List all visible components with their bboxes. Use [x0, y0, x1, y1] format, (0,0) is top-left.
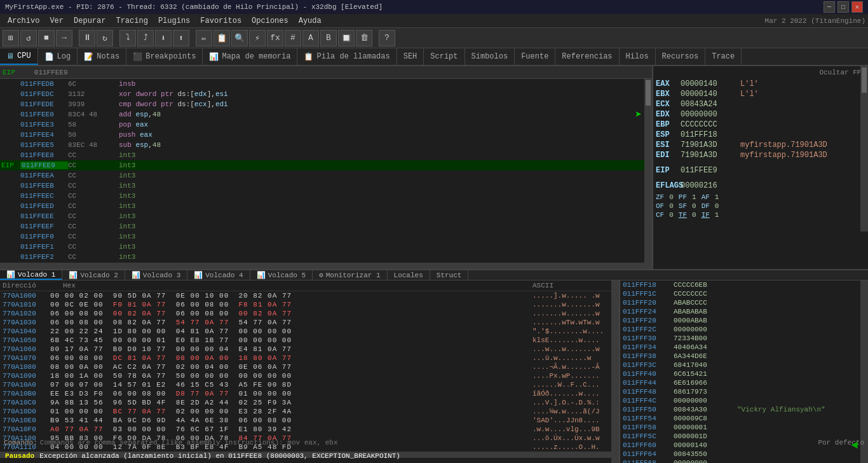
- stack-row[interactable]: 011FFF54 000009C8: [620, 414, 860, 423]
- close-button[interactable]: ✕: [851, 1, 863, 13]
- toolbar-btn-1[interactable]: ⊞: [3, 30, 19, 46]
- scrollbar-thumb[interactable]: [646, 80, 651, 106]
- stack-row[interactable]: 011FFF20 ABABCCCC: [620, 298, 860, 307]
- stack-row[interactable]: 011FFF30 72334B00: [620, 334, 860, 343]
- disasm-row[interactable]: 011FFEF1 CC int3: [0, 242, 644, 252]
- tab-volcado1[interactable]: 📊 Volcado 1: [0, 270, 62, 280]
- toolbar-btn-11[interactable]: ✏: [196, 30, 212, 46]
- disasm-row[interactable]: 011FFEDB 6C insb: [0, 79, 644, 89]
- maximize-button[interactable]: □: [837, 1, 849, 13]
- dump-row[interactable]: 770A1020 06 00 08 00 00 82 0A 77 06 00 0…: [0, 309, 611, 318]
- tab-seh[interactable]: SEH: [397, 48, 424, 65]
- stack-row[interactable]: 011FFF2C 00000000: [620, 325, 860, 334]
- stack-row[interactable]: 011FFF68 00000000: [620, 459, 860, 463]
- disasm-row[interactable]: 011FFEEF CC int3: [0, 221, 644, 232]
- dump-row[interactable]: 770A1080 08 00 0A 00 AC C2 0A 77 02 00 0…: [0, 363, 611, 371]
- reg-scrollbar[interactable]: [860, 66, 868, 232]
- toolbar-btn-6[interactable]: ↻: [97, 30, 113, 46]
- minimize-button[interactable]: ─: [824, 1, 835, 13]
- tab-cpu[interactable]: 🖥 CPU: [0, 48, 38, 65]
- disasm-row[interactable]: 011FFEEB CC int3: [0, 181, 644, 191]
- tab-pila[interactable]: 📋 Pila de llamadas: [297, 48, 397, 65]
- stack-row[interactable]: 011FFF34 40406A34: [620, 343, 860, 352]
- toolbar-btn-2[interactable]: ↺: [20, 30, 37, 46]
- disasm-row[interactable]: 011FFEE8 CC int3: [0, 150, 644, 160]
- toolbar-btn-16[interactable]: #: [285, 30, 301, 46]
- dump-row[interactable]: 770A1060 80 17 0A 77 B0 D0 10 77 00 00 0…: [0, 345, 611, 354]
- toolbar-btn-9[interactable]: ⬇: [155, 30, 172, 46]
- reg-esp-value[interactable]: 011FFF18: [681, 130, 738, 139]
- tab-breakpoints[interactable]: ⬛ Breakpoints: [126, 48, 203, 65]
- toolbar-btn-15[interactable]: fx: [267, 30, 283, 46]
- toolbar-btn-13[interactable]: 🔍: [231, 30, 248, 46]
- toolbar-btn-14[interactable]: ⚡: [249, 30, 266, 46]
- tab-fuente[interactable]: Fuente: [515, 48, 555, 65]
- tab-notas[interactable]: 📝 Notas: [78, 48, 126, 65]
- dump-row[interactable]: 770A10E0 B9 53 41 44 BA 9C D6 9D 4A 4A 6…: [0, 416, 611, 425]
- toolbar-btn-21[interactable]: ?: [379, 30, 395, 46]
- dump-row[interactable]: 770A1000 00 00 02 00 90 5D 0A 77 0E 00 1…: [0, 291, 611, 300]
- stack-row[interactable]: 011FFF3C 68417040: [620, 361, 860, 370]
- tab-log[interactable]: 📄 Log: [38, 48, 78, 65]
- disasm-scrollbar[interactable]: [644, 79, 652, 263]
- stack-row[interactable]: 011FFF44 6E616966: [620, 378, 860, 387]
- disasm-row[interactable]: 011FFEE4 50 push eax: [0, 130, 644, 140]
- disasm-hscroll[interactable]: [0, 263, 652, 269]
- tab-mapa[interactable]: 📊 Mapa de memoria: [203, 48, 297, 65]
- tab-recursos[interactable]: Recursos: [656, 48, 706, 65]
- dump-row[interactable]: 770A10B0 EE E3 D3 F0 06 00 08 00 D8 77 0…: [0, 389, 611, 398]
- stack-row[interactable]: 011FFF38 6A344D6E: [620, 352, 860, 361]
- tab-volcado4[interactable]: 📊 Volcado 4: [187, 270, 250, 280]
- menu-ayuda[interactable]: Ayuda: [294, 15, 327, 27]
- menu-depurar[interactable]: Depurar: [69, 15, 111, 27]
- toolbar-btn-4[interactable]: →: [56, 30, 72, 46]
- reg-edx-value[interactable]: 00000000: [681, 110, 738, 119]
- toolbar-btn-10[interactable]: ⬆: [173, 30, 189, 46]
- disasm-row[interactable]: 011FFEEC CC int3: [0, 191, 644, 201]
- disasm-row[interactable]: 011FFEEE CC int3: [0, 211, 644, 221]
- toolbar-btn-19[interactable]: 🔲: [338, 30, 355, 46]
- hide-fpu-button[interactable]: Ocultar FPU: [656, 69, 865, 76]
- reg-edi-value[interactable]: 71901A3D: [681, 151, 738, 160]
- toolbar-btn-17[interactable]: A: [302, 30, 319, 46]
- tab-simbolos[interactable]: Símbolos: [465, 48, 515, 65]
- reg-ecx-value[interactable]: 00843A24: [681, 100, 738, 109]
- stack-row[interactable]: 011FFF58 00000001: [620, 423, 860, 432]
- dump-row[interactable]: 770A10F0 A0 77 0A 77 03 00 00 00 76 6C 6…: [0, 425, 611, 434]
- reg-ebx-value[interactable]: 00000140: [681, 90, 738, 99]
- tab-volcado5[interactable]: 📊 Volcado 5: [250, 270, 313, 280]
- disasm-row-eip[interactable]: EIP 011FFEE9 CC int3: [0, 160, 644, 170]
- tab-script[interactable]: Script: [424, 48, 465, 65]
- dump-row[interactable]: 770A1040 22 00 22 24 1D 80 00 00 04 81 0…: [0, 327, 611, 336]
- tab-hilos[interactable]: Hilos: [620, 48, 656, 65]
- dump-row[interactable]: 770A1010 00 0C 0E 00 F0 81 0A 77 06 00 0…: [0, 300, 611, 309]
- disasm-row[interactable]: 011FFEE5 83EC 48 sub esp,48: [0, 140, 644, 150]
- menu-ver[interactable]: Ver: [44, 15, 69, 27]
- disasm-row[interactable]: 011FFEE0 83C4 48 add esp,48 ➤: [0, 109, 644, 120]
- stack-row[interactable]: 011FFF64 00843550: [620, 450, 860, 459]
- tab-volcado2[interactable]: 📊 Volcado 2: [62, 270, 125, 280]
- reg-eflags-value[interactable]: 00000216: [681, 181, 738, 190]
- reg-esi-value[interactable]: 71901A3D: [681, 141, 738, 149]
- toolbar-btn-3[interactable]: ■: [38, 30, 55, 46]
- menu-archivo[interactable]: Archivo: [3, 15, 44, 27]
- dump-row[interactable]: 770A10D0 01 00 00 00 BC 77 0A 77 02 00 0…: [0, 407, 611, 416]
- dump-vscroll[interactable]: [611, 280, 619, 463]
- stack-row[interactable]: 011FFF50 00843A30 "Vickry Alfiansyah\n": [620, 405, 860, 414]
- reg-scrollbar-thumb[interactable]: [862, 67, 867, 93]
- menu-tracing[interactable]: Tracing: [111, 15, 153, 27]
- stack-vscroll[interactable]: [860, 280, 868, 463]
- stack-row-arrow[interactable]: 011FFF60 00000140 ◄: [620, 441, 860, 450]
- stack-row[interactable]: 011FFF1C CCCCCCCC: [620, 289, 860, 298]
- tab-monitorizar[interactable]: ⚙ Monitorizar 1: [313, 270, 387, 280]
- tab-locales[interactable]: Locales: [388, 270, 430, 280]
- dump-row[interactable]: 770A1030 06 00 08 00 08 82 0A 77 54 77 0…: [0, 318, 611, 327]
- menu-favoritos[interactable]: Favoritos: [195, 15, 247, 27]
- toolbar-btn-18[interactable]: B: [320, 30, 337, 46]
- stack-row[interactable]: 011FFF24 ABABABAB: [620, 307, 860, 316]
- menu-plugins[interactable]: Plugins: [153, 15, 195, 27]
- tab-struct[interactable]: Struct: [430, 270, 469, 280]
- tab-trace[interactable]: Trace: [705, 48, 742, 65]
- reg-eip-value[interactable]: 011FFEE9: [681, 166, 738, 175]
- disasm-row[interactable]: 011FFEDE 3939 cmp dword ptr ds:[ecx],edi: [0, 99, 644, 109]
